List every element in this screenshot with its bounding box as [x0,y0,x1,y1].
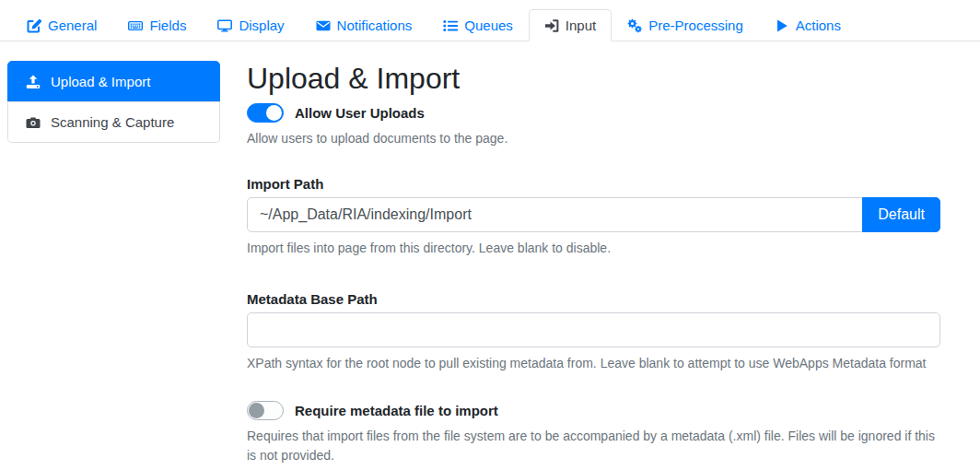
tab-fields[interactable]: Fields [112,9,202,41]
input-settings-sidebar: Upload & Import Scanning & Capture [7,61,220,465]
tab-pre-processing[interactable]: Pre-Processing [612,9,759,41]
require-metadata-help: Requires that import files from the file… [247,427,940,465]
tab-label: Display [239,18,284,33]
sidebar-item-scanning-capture[interactable]: Scanning & Capture [7,101,220,143]
allow-user-uploads-row: Allow User Uploads [247,103,940,123]
require-metadata-section: Require metadata file to import Requires… [247,401,940,465]
gears-icon [627,18,642,33]
allow-user-uploads-toggle[interactable] [247,103,284,123]
tab-actions[interactable]: Actions [759,9,857,41]
tab-label: Pre-Processing [648,18,743,33]
envelope-icon [316,18,331,33]
metadata-base-path-help: XPath syntax for the root node to pull e… [247,354,940,373]
upload-import-panel: Upload & Import Allow User Uploads Allow… [247,61,940,465]
sidebar-item-label: Upload & Import [51,74,150,89]
require-metadata-toggle[interactable] [247,401,284,420]
import-path-section: Import Path Default Import files into pa… [247,176,940,258]
import-path-help: Import files into page from this directo… [247,239,940,258]
tab-label: Fields [149,18,186,33]
import-path-input[interactable] [247,197,863,232]
play-icon [775,18,789,33]
tab-notifications[interactable]: Notifications [300,9,428,41]
tab-label: Queues [464,18,513,33]
metadata-base-path-label: Metadata Base Path [247,291,940,307]
page-title: Upload & Import [247,61,940,96]
metadata-base-path-section: Metadata Base Path XPath syntax for the … [247,291,940,373]
metadata-base-path-input[interactable] [247,312,940,347]
tab-general[interactable]: General [11,9,112,41]
import-path-label: Import Path [247,176,940,192]
sidebar-item-upload-import[interactable]: Upload & Import [7,61,220,102]
import-path-input-group: Default [247,197,940,232]
tab-label: General [48,18,97,33]
tab-label: Input [566,18,596,33]
tab-display[interactable]: Display [202,9,299,41]
camera-icon [26,115,41,130]
toggle-knob [266,105,282,121]
settings-tabs: General Fields [0,0,980,41]
sign-in-icon [544,18,559,33]
sidebar-item-label: Scanning & Capture [51,114,174,130]
edit-icon [27,18,41,33]
default-button[interactable]: Default [862,197,940,232]
monitor-icon [217,18,232,33]
tab-label: Notifications [337,18,413,33]
require-metadata-row: Require metadata file to import [247,401,940,420]
allow-user-uploads-help: Allow users to upload documents to the p… [247,129,940,148]
toggle-knob [249,403,264,418]
list-icon [443,18,458,33]
tab-input[interactable]: Input [529,9,612,41]
content-area: Upload & Import Scanning & Capture Uploa… [7,61,980,465]
upload-icon [26,75,41,89]
keyboard-icon [128,18,143,33]
tab-label: Actions [796,18,841,33]
require-metadata-label: Require metadata file to import [295,403,498,418]
allow-user-uploads-label: Allow User Uploads [295,105,425,121]
tab-queues[interactable]: Queues [427,9,529,41]
